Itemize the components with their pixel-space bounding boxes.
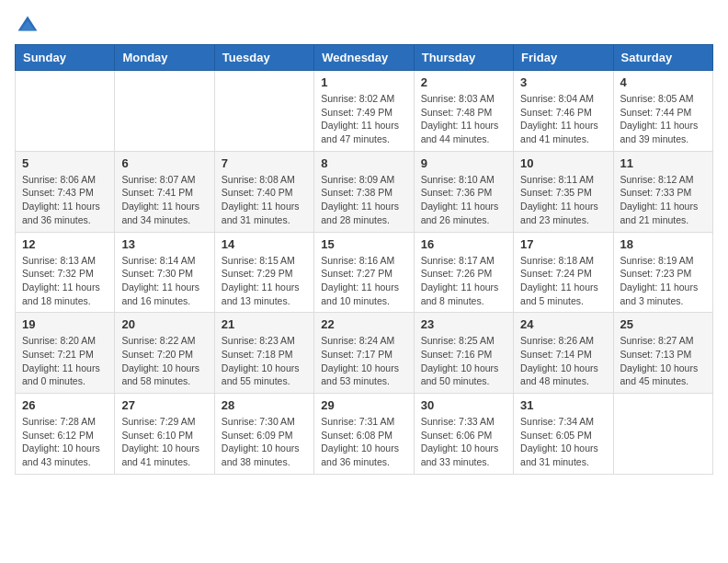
day-info: Sunrise: 8:02 AMSunset: 7:49 PMDaylight:… — [321, 92, 406, 146]
calendar-cell: 13Sunrise: 8:14 AMSunset: 7:30 PMDayligh… — [115, 232, 214, 313]
day-info: Sunrise: 8:14 AMSunset: 7:30 PMDaylight:… — [121, 254, 207, 308]
day-info: Sunrise: 8:07 AMSunset: 7:41 PMDaylight:… — [121, 173, 207, 227]
day-info: Sunrise: 8:13 AMSunset: 7:32 PMDaylight:… — [22, 254, 108, 308]
calendar-cell: 9Sunrise: 8:10 AMSunset: 7:36 PMDaylight… — [414, 151, 513, 232]
calendar-cell — [613, 394, 712, 475]
calendar-cell: 28Sunrise: 7:30 AMSunset: 6:09 PMDayligh… — [214, 394, 313, 475]
weekday-header: Friday — [514, 45, 613, 71]
calendar-cell: 19Sunrise: 8:20 AMSunset: 7:21 PMDayligh… — [16, 313, 115, 394]
calendar-cell: 2Sunrise: 8:03 AMSunset: 7:48 PMDaylight… — [414, 71, 513, 152]
calendar-cell: 16Sunrise: 8:17 AMSunset: 7:26 PMDayligh… — [414, 232, 513, 313]
calendar-cell: 24Sunrise: 8:26 AMSunset: 7:14 PMDayligh… — [514, 313, 613, 394]
calendar-cell: 29Sunrise: 7:31 AMSunset: 6:08 PMDayligh… — [314, 394, 414, 475]
day-number: 21 — [222, 317, 307, 331]
day-info: Sunrise: 7:34 AMSunset: 6:05 PMDaylight:… — [520, 415, 606, 469]
page-header — [15, 15, 713, 37]
calendar-cell: 26Sunrise: 7:28 AMSunset: 6:12 PMDayligh… — [16, 394, 115, 475]
day-info: Sunrise: 8:05 AMSunset: 7:44 PMDaylight:… — [620, 92, 706, 146]
day-info: Sunrise: 7:33 AMSunset: 6:06 PMDaylight:… — [421, 415, 506, 469]
day-info: Sunrise: 8:11 AMSunset: 7:35 PMDaylight:… — [520, 173, 606, 227]
day-info: Sunrise: 7:28 AMSunset: 6:12 PMDaylight:… — [22, 415, 108, 469]
day-info: Sunrise: 8:26 AMSunset: 7:14 PMDaylight:… — [520, 334, 606, 388]
day-info: Sunrise: 7:29 AMSunset: 6:10 PMDaylight:… — [121, 415, 207, 469]
day-info: Sunrise: 7:30 AMSunset: 6:09 PMDaylight:… — [222, 415, 307, 469]
day-info: Sunrise: 8:27 AMSunset: 7:13 PMDaylight:… — [620, 334, 706, 388]
day-info: Sunrise: 8:20 AMSunset: 7:21 PMDaylight:… — [22, 334, 108, 388]
weekday-header: Thursday — [414, 45, 513, 71]
calendar-cell: 7Sunrise: 8:08 AMSunset: 7:40 PMDaylight… — [214, 151, 313, 232]
calendar-body: 1Sunrise: 8:02 AMSunset: 7:49 PMDaylight… — [16, 71, 713, 475]
calendar-cell: 21Sunrise: 8:23 AMSunset: 7:18 PMDayligh… — [214, 313, 313, 394]
calendar-cell: 5Sunrise: 8:06 AMSunset: 7:43 PMDaylight… — [16, 151, 115, 232]
day-number: 14 — [222, 237, 307, 251]
calendar-cell: 12Sunrise: 8:13 AMSunset: 7:32 PMDayligh… — [16, 232, 115, 313]
calendar-week-row: 12Sunrise: 8:13 AMSunset: 7:32 PMDayligh… — [16, 232, 713, 313]
calendar-cell — [115, 71, 214, 152]
day-number: 28 — [222, 398, 307, 412]
day-info: Sunrise: 8:25 AMSunset: 7:16 PMDaylight:… — [421, 334, 506, 388]
calendar-cell: 18Sunrise: 8:19 AMSunset: 7:23 PMDayligh… — [613, 232, 712, 313]
day-number: 18 — [620, 237, 706, 251]
calendar-header-row: SundayMondayTuesdayWednesdayThursdayFrid… — [16, 45, 713, 71]
day-info: Sunrise: 8:03 AMSunset: 7:48 PMDaylight:… — [421, 92, 506, 146]
day-number: 5 — [22, 156, 108, 170]
day-number: 16 — [421, 237, 506, 251]
day-number: 25 — [620, 317, 706, 331]
calendar-week-row: 5Sunrise: 8:06 AMSunset: 7:43 PMDaylight… — [16, 151, 713, 232]
calendar-cell: 10Sunrise: 8:11 AMSunset: 7:35 PMDayligh… — [514, 151, 613, 232]
calendar-table: SundayMondayTuesdayWednesdayThursdayFrid… — [15, 44, 713, 475]
day-info: Sunrise: 8:08 AMSunset: 7:40 PMDaylight:… — [222, 173, 307, 227]
calendar-cell: 22Sunrise: 8:24 AMSunset: 7:17 PMDayligh… — [314, 313, 414, 394]
day-info: Sunrise: 8:23 AMSunset: 7:18 PMDaylight:… — [222, 334, 307, 388]
calendar-cell: 1Sunrise: 8:02 AMSunset: 7:49 PMDaylight… — [314, 71, 414, 152]
calendar-cell: 27Sunrise: 7:29 AMSunset: 6:10 PMDayligh… — [115, 394, 214, 475]
day-info: Sunrise: 8:09 AMSunset: 7:38 PMDaylight:… — [321, 173, 406, 227]
day-info: Sunrise: 7:31 AMSunset: 6:08 PMDaylight:… — [321, 415, 406, 469]
day-info: Sunrise: 8:18 AMSunset: 7:24 PMDaylight:… — [520, 254, 606, 308]
day-info: Sunrise: 8:17 AMSunset: 7:26 PMDaylight:… — [421, 254, 506, 308]
calendar-week-row: 19Sunrise: 8:20 AMSunset: 7:21 PMDayligh… — [16, 313, 713, 394]
day-info: Sunrise: 8:10 AMSunset: 7:36 PMDaylight:… — [421, 173, 506, 227]
calendar-cell: 20Sunrise: 8:22 AMSunset: 7:20 PMDayligh… — [115, 313, 214, 394]
calendar-cell: 4Sunrise: 8:05 AMSunset: 7:44 PMDaylight… — [613, 71, 712, 152]
calendar-week-row: 1Sunrise: 8:02 AMSunset: 7:49 PMDaylight… — [16, 71, 713, 152]
weekday-header: Sunday — [16, 45, 115, 71]
day-number: 6 — [121, 156, 207, 170]
logo-icon — [17, 15, 39, 37]
day-info: Sunrise: 8:16 AMSunset: 7:27 PMDaylight:… — [321, 254, 406, 308]
day-number: 15 — [321, 237, 406, 251]
day-number: 9 — [421, 156, 506, 170]
day-number: 7 — [222, 156, 307, 170]
day-number: 8 — [321, 156, 406, 170]
day-number: 26 — [22, 398, 108, 412]
weekday-header: Saturday — [613, 45, 712, 71]
calendar-cell: 23Sunrise: 8:25 AMSunset: 7:16 PMDayligh… — [414, 313, 513, 394]
calendar-cell: 17Sunrise: 8:18 AMSunset: 7:24 PMDayligh… — [514, 232, 613, 313]
day-number: 13 — [121, 237, 207, 251]
day-info: Sunrise: 8:24 AMSunset: 7:17 PMDaylight:… — [321, 334, 406, 388]
calendar-cell: 14Sunrise: 8:15 AMSunset: 7:29 PMDayligh… — [214, 232, 313, 313]
calendar-cell — [16, 71, 115, 152]
day-number: 30 — [421, 398, 506, 412]
day-number: 12 — [22, 237, 108, 251]
day-number: 23 — [421, 317, 506, 331]
day-number: 22 — [321, 317, 406, 331]
logo — [15, 15, 39, 37]
day-info: Sunrise: 8:06 AMSunset: 7:43 PMDaylight:… — [22, 173, 108, 227]
day-number: 29 — [321, 398, 406, 412]
day-info: Sunrise: 8:12 AMSunset: 7:33 PMDaylight:… — [620, 173, 706, 227]
day-number: 24 — [520, 317, 606, 331]
calendar-cell: 8Sunrise: 8:09 AMSunset: 7:38 PMDaylight… — [314, 151, 414, 232]
weekday-header: Tuesday — [214, 45, 313, 71]
day-number: 1 — [321, 75, 406, 89]
day-number: 27 — [121, 398, 207, 412]
day-info: Sunrise: 8:22 AMSunset: 7:20 PMDaylight:… — [121, 334, 207, 388]
day-info: Sunrise: 8:04 AMSunset: 7:46 PMDaylight:… — [520, 92, 606, 146]
calendar-cell: 25Sunrise: 8:27 AMSunset: 7:13 PMDayligh… — [613, 313, 712, 394]
day-number: 20 — [121, 317, 207, 331]
day-info: Sunrise: 8:15 AMSunset: 7:29 PMDaylight:… — [222, 254, 307, 308]
day-number: 2 — [421, 75, 506, 89]
day-info: Sunrise: 8:19 AMSunset: 7:23 PMDaylight:… — [620, 254, 706, 308]
calendar-cell: 30Sunrise: 7:33 AMSunset: 6:06 PMDayligh… — [414, 394, 513, 475]
calendar-cell: 11Sunrise: 8:12 AMSunset: 7:33 PMDayligh… — [613, 151, 712, 232]
